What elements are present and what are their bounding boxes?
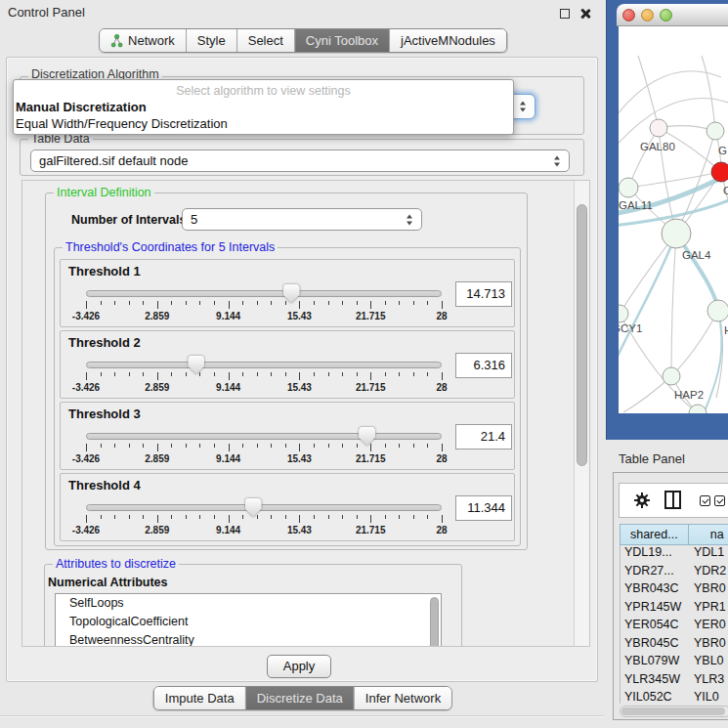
table-hscrollbar-thumb[interactable]: [621, 707, 725, 715]
slider-thumb[interactable]: [359, 427, 375, 446]
network-node-gal4[interactable]: [662, 219, 691, 248]
select-all-checkbox-icon[interactable]: [700, 495, 710, 506]
column-header-name[interactable]: na: [689, 524, 728, 545]
tab-select[interactable]: Select: [237, 29, 295, 52]
table-row[interactable]: YDL19...YDL1: [621, 545, 728, 564]
scale-label: -3.426: [72, 382, 100, 393]
slider-thumb[interactable]: [188, 356, 204, 374]
table-row[interactable]: YDR27...YDR2: [621, 564, 728, 582]
tick-mark: [271, 515, 272, 519]
column-view-icon[interactable]: [664, 491, 681, 509]
settings-scroll-area: Interval Definition Number of Intervals …: [21, 180, 590, 647]
zoom-traffic-icon[interactable]: [660, 9, 672, 21]
minimize-traffic-icon[interactable]: [641, 9, 654, 21]
table-toolbar: [619, 483, 728, 518]
threshold-value-field[interactable]: 11.344: [455, 495, 512, 521]
network-node-gal11[interactable]: [619, 178, 638, 197]
scale-label: -3.426: [72, 453, 100, 464]
spinner-arrows-icon: [554, 155, 561, 166]
tick-mark: [199, 515, 200, 519]
numerical-attributes-list[interactable]: SelfLoopsTopologicalCoefficientBetweenne…: [55, 593, 442, 647]
tick-mark: [328, 444, 329, 448]
dropdown-option-manual-discretization[interactable]: Manual Discretization: [16, 100, 147, 114]
tick-mark: [328, 301, 329, 305]
table-row[interactable]: YER054CYER0: [621, 618, 728, 636]
list-item[interactable]: SelfLoops: [56, 594, 441, 613]
close-traffic-icon[interactable]: [622, 9, 635, 21]
tick-mark: [328, 515, 329, 519]
tab-style[interactable]: Style: [187, 29, 237, 52]
network-node-gal80[interactable]: [650, 119, 667, 137]
tick-mark: [199, 444, 200, 448]
slider-thumb[interactable]: [245, 498, 262, 517]
tab-jactivemnodules[interactable]: jActiveMNodules: [390, 29, 506, 52]
tick-mark: [342, 372, 343, 376]
table-cell: YER0: [689, 618, 728, 636]
dropdown-option-equal-width-frequency[interactable]: Equal Width/Frequency Discretization: [16, 116, 228, 131]
table-row[interactable]: YBL079WYBL0: [621, 654, 728, 672]
table-cell: YLR345W: [621, 672, 689, 691]
tick-mark: [299, 444, 300, 451]
table-panel-frame: shared... na YDL19...YDL1YDR27...YDR2YBR…: [613, 472, 728, 720]
thresholds-group-title: Threshold's Coordinates for 5 Intervals: [63, 240, 278, 254]
network-node-g[interactable]: [707, 122, 724, 140]
scale-label: 28: [436, 525, 447, 535]
list-item[interactable]: BetweennessCentrality: [56, 631, 441, 647]
network-canvas[interactable]: GAL80GCGAL11GAL4GCY1HHAP2: [619, 26, 728, 413]
tick-mark: [442, 515, 443, 523]
network-node-h[interactable]: [707, 300, 728, 321]
network-node-gcy1[interactable]: [619, 305, 628, 322]
threshold-value-field[interactable]: 14.713: [455, 281, 512, 307]
network-window-titlebar[interactable]: [617, 4, 728, 26]
tick-mark: [328, 372, 329, 376]
table-row[interactable]: YIL052CYIL0: [621, 690, 728, 704]
select-column-checkbox-icon[interactable]: [714, 495, 725, 506]
threshold-value-field[interactable]: 6.316: [455, 353, 512, 378]
table-row[interactable]: YBR043CYBR0: [621, 581, 728, 600]
column-header-shared-name[interactable]: shared...: [620, 524, 689, 545]
bottom-tab-bar: Impute DataDiscretize DataInfer Network: [153, 686, 452, 710]
slider-track[interactable]: [86, 433, 442, 440]
list-item[interactable]: TopologicalCoefficient: [56, 613, 441, 631]
table-row[interactable]: YPR145WYPR1: [621, 600, 728, 619]
slider-track[interactable]: [86, 290, 442, 297]
network-node-hap2[interactable]: [663, 367, 680, 385]
numerical-attributes-label: Numerical Attributes: [48, 576, 167, 589]
scale-label: -3.426: [72, 525, 100, 535]
table-data-combobox[interactable]: galFiltered.sif default node: [30, 150, 570, 172]
slider-track[interactable]: [86, 362, 442, 368]
tick-mark: [342, 301, 343, 305]
attributes-list-scrollbar[interactable]: [430, 597, 439, 647]
table-row[interactable]: YBR045CYBR0: [621, 636, 728, 655]
tab-impute-data[interactable]: Impute Data: [154, 687, 246, 709]
tab-cyni-toolbox[interactable]: Cyni Toolbox: [295, 29, 390, 52]
node-label: GCY1: [619, 322, 642, 334]
tab-infer-network[interactable]: Infer Network: [355, 687, 451, 709]
settings-scrollbar-thumb[interactable]: [577, 204, 587, 466]
number-of-intervals-combobox[interactable]: 5: [182, 208, 422, 231]
network-icon: [110, 34, 123, 48]
tick-mark: [186, 301, 187, 305]
tab-label: Cyni Toolbox: [306, 33, 378, 48]
table-hscrollbar-track[interactable]: [620, 706, 728, 717]
close-icon[interactable]: [579, 8, 591, 20]
tab-label: Discretize Data: [257, 691, 343, 706]
network-node-c[interactable]: [711, 162, 728, 182]
tab-discretize-data[interactable]: Discretize Data: [246, 687, 355, 709]
apply-button[interactable]: Apply: [267, 655, 331, 678]
tick-mark: [342, 515, 343, 519]
scale-label: 28: [436, 453, 447, 464]
tick-mark: [314, 444, 315, 448]
network-edge-highlighted: [705, 311, 722, 411]
attribute-table: shared... na YDL19...YDL1YDR27...YDR2YBR…: [620, 524, 728, 704]
slider-thumb[interactable]: [283, 284, 300, 303]
threshold-value-field[interactable]: 21.4: [455, 424, 512, 450]
float-icon[interactable]: [560, 9, 570, 19]
table-cell: YIL052C: [621, 690, 689, 704]
gear-icon[interactable]: [633, 492, 651, 509]
slider-track[interactable]: [86, 504, 442, 511]
tab-network[interactable]: Network: [100, 29, 187, 52]
table-row[interactable]: YLR345WYLR3: [621, 672, 728, 691]
tick-mark: [357, 444, 358, 448]
dropdown-hint: Select algorithm to view settings: [14, 84, 513, 98]
